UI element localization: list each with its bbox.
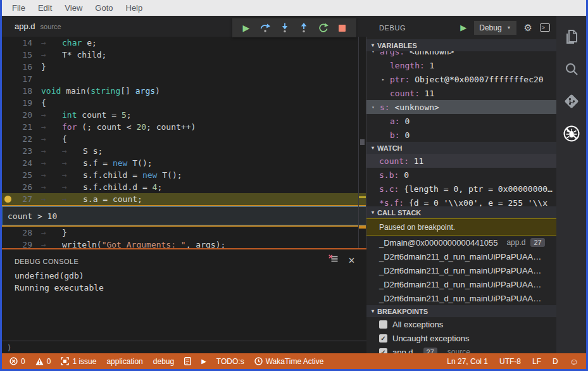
code-area[interactable]: 14→char e;15→T* child;16}1718void main(s… [2,37,366,248]
source-control-icon[interactable] [562,92,581,111]
debug-icon[interactable] [562,124,581,143]
menu-file[interactable]: File [6,3,32,13]
error-icon[interactable]: 0 [9,357,25,366]
status-item-ln-27-col-1[interactable]: Ln 27, Col 1 [447,357,488,366]
status-item-utf-8[interactable]: UTF-8 [499,357,521,366]
watch-row[interactable]: s.c: {length = 0, ptr = 0x00000000… [366,182,556,196]
start-debug-icon[interactable]: ▶ [460,23,466,32]
breakpoint-gutter[interactable] [2,85,16,97]
section-call-stack[interactable]: ▾CALL STACK [366,206,556,218]
breakpoint-row[interactable]: ✓app.d27source [366,345,556,353]
breakpoint-gutter[interactable] [2,169,16,181]
continue-icon[interactable]: ▶ [240,20,253,35]
code-line[interactable]: 24→→s.f = new T(); [2,157,366,169]
breakpoint-gutter[interactable] [2,181,16,193]
stop-icon[interactable] [336,20,349,35]
menu-help[interactable]: Help [120,3,149,13]
code-line[interactable]: 21→for (; count < 20; count++) [2,121,366,133]
code-line[interactable]: 15→T* child; [2,49,366,61]
smiley-icon[interactable]: ☺ [570,356,579,367]
step-out-icon[interactable] [297,20,310,35]
settings-gear-icon[interactable]: ⚙ [524,22,532,34]
variable-row[interactable]: length: 1 [366,58,556,72]
play-icon[interactable]: ▶ [201,358,206,365]
stack-frame[interactable]: _Dmain@0x0000000000441055app.d27 [366,236,556,249]
code-line[interactable]: 20→int count = 5; [2,109,366,121]
watch-row[interactable]: *s.f: {d = 0 '\\x00', e = 255 '\\x [366,196,556,206]
code-line[interactable]: 18void main(string[] args) [2,85,366,97]
files-icon[interactable] [562,27,581,46]
menu-view[interactable]: View [58,3,89,13]
breakpoint-icon[interactable] [4,196,11,203]
checkbox-checked-icon[interactable]: ✓ [379,334,387,343]
chevron-expanded-icon[interactable]: ▾ [372,51,380,54]
breakpoint-gutter[interactable] [2,49,16,61]
chevron-expanded-icon[interactable]: ▾ [372,104,380,110]
tab-appd[interactable]: app.d source [2,16,74,37]
code-line[interactable]: 27→→s.a = count; [2,193,366,205]
variable-row[interactable]: ▾s: <unknown> [366,100,556,114]
status-item-lf[interactable]: LF [532,357,541,366]
code-line[interactable]: 25→→s.f.child = new T(); [2,169,366,181]
chevron-collapsed-icon[interactable]: ▸ [382,77,390,82]
section-variables[interactable]: ▾VARIABLES [366,39,556,51]
breakpoint-condition-input[interactable]: count > 10 [2,206,366,225]
breakpoint-gutter[interactable] [2,109,16,121]
watch-row[interactable]: s.b: 0 [366,168,556,182]
checkbox-unchecked-icon[interactable] [379,320,387,329]
code-line[interactable]: 29→writeln("Got Arguments: ", args); [2,239,366,248]
menu-goto[interactable]: Goto [89,3,119,13]
code-line[interactable]: 26→→s.f.child.d = 4; [2,181,366,193]
breakpoint-gutter[interactable] [2,227,16,239]
stack-frame[interactable]: _D2rt6dmain211_d_run_mainUiPPaPUAA… [366,263,556,277]
breakpoint-gutter[interactable] [2,73,16,85]
clear-console-icon[interactable] [328,255,338,266]
breakpoint-gutter[interactable] [2,61,16,73]
menu-edit[interactable]: Edit [32,3,58,13]
breakpoint-gutter[interactable] [2,157,16,169]
status-item-todo-s[interactable]: TODO:s [216,357,244,366]
step-over-icon[interactable] [259,20,272,35]
variable-row[interactable]: a: 0 [366,114,556,128]
file-icon[interactable] [184,357,191,365]
checkbox-checked-icon[interactable]: ✓ [379,348,387,354]
debug-profile-dropdown[interactable]: Debug▼ [474,21,516,35]
section-watch[interactable]: ▾WATCH [366,142,556,154]
stack-frame[interactable]: _D2rt6dmain211_d_run_mainUiPPaPUAA… [366,291,556,305]
issues-icon[interactable]: 1 issue [61,357,96,366]
status-item-application[interactable]: application [106,357,142,366]
breakpoint-gutter[interactable] [2,97,16,109]
code-line[interactable]: 16} [2,61,366,73]
breakpoint-gutter[interactable] [2,133,16,145]
step-into-icon[interactable] [278,20,291,35]
variable-row[interactable]: b: 0 [366,128,556,142]
code-line[interactable]: 14→char e; [2,37,366,49]
variable-row[interactable]: ▸ptr: Object@*0x00007fffffffec20 [366,72,556,86]
code-line[interactable]: 23→→S s; [2,145,366,157]
breakpoint-gutter[interactable] [2,239,16,248]
variable-row[interactable]: ▾args: <unknown> [366,51,556,58]
watch-row-clipped[interactable]: *s.f: {d = 0 '\\x00', e = 255 '\\x [366,196,556,206]
breakpoint-row[interactable]: All exceptions [366,317,556,331]
breakpoint-row[interactable]: ✓Uncaught exceptions [366,331,556,345]
clock-icon[interactable]: WakaTime Active [254,357,324,366]
stack-frame[interactable]: _D2rt6dmain211_d_run_mainUiPPaPUAA… [366,277,556,291]
scrollbar-thumb[interactable] [360,139,365,145]
code-line[interactable]: 19{ [2,97,366,109]
breakpoint-gutter[interactable] [2,145,16,157]
debug-console-input[interactable]: ⟩ [2,341,366,353]
breakpoint-gutter[interactable] [2,193,16,205]
breakpoint-gutter[interactable] [2,37,16,49]
code-line[interactable]: 17 [2,73,366,85]
breakpoint-gutter[interactable] [2,121,16,133]
status-item-d[interactable]: D [553,357,558,366]
restart-icon[interactable] [317,20,330,35]
variable-row[interactable]: count: 11 [366,86,556,100]
close-icon[interactable]: ✕ [348,256,355,265]
status-item-debug[interactable]: debug [153,357,174,366]
variable-row-clipped[interactable]: ▾args: <unknown> [366,51,556,58]
watch-row[interactable]: count: 11 [366,154,556,168]
open-console-icon[interactable]: > [540,23,550,32]
warning-icon[interactable]: 0 [35,357,51,366]
editor-scrollbar[interactable] [358,37,366,248]
